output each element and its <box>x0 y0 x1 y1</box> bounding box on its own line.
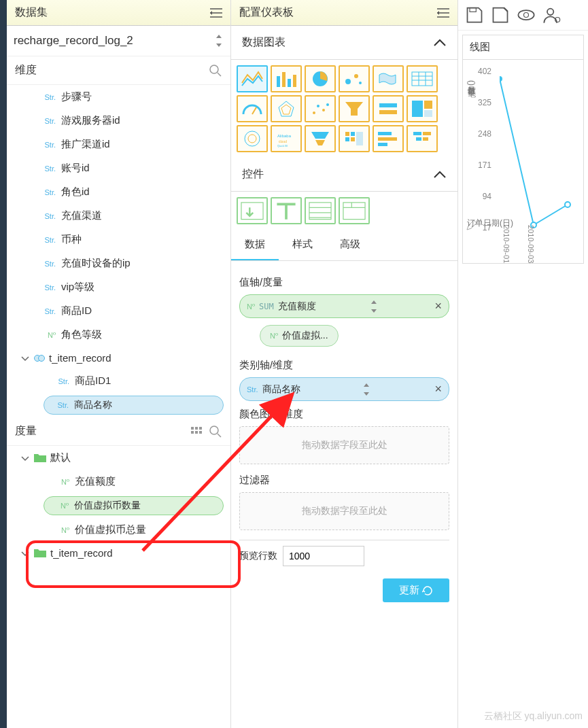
chart-type-bar[interactable] <box>271 65 302 92</box>
tab-advanced[interactable]: 高级 <box>326 230 374 260</box>
chart-type-radar[interactable] <box>271 95 302 122</box>
measures-label: 度量 <box>15 424 37 438</box>
svg-rect-49 <box>241 203 263 220</box>
svg-rect-37 <box>345 132 349 136</box>
tab-style[interactable]: 样式 <box>279 230 326 260</box>
collapse-left-icon[interactable] <box>210 8 222 18</box>
svg-point-2 <box>39 355 45 361</box>
dimension-field-selected[interactable]: Str.商品名称 <box>44 396 224 415</box>
chart-type-pie[interactable] <box>305 65 336 92</box>
sort-icon[interactable] <box>369 300 379 313</box>
control-query[interactable] <box>237 197 268 224</box>
preview-icon[interactable] <box>517 5 536 24</box>
dimension-field[interactable]: Str.币种 <box>7 228 230 252</box>
dimension-field[interactable]: Str.vip等级 <box>7 275 230 299</box>
dragging-pill[interactable]: Nº 价值虚拟... <box>260 325 339 347</box>
update-button[interactable]: 更新 <box>383 578 449 602</box>
config-panel-header: 配置仪表板 <box>231 0 457 26</box>
user-settings-icon[interactable] <box>542 5 561 24</box>
collapse-left-icon[interactable] <box>437 8 449 18</box>
color-legend-dropzone[interactable]: 拖动数据字段至此处 <box>239 426 449 464</box>
svg-point-30 <box>245 131 260 146</box>
chart-type-matrix[interactable] <box>339 125 370 152</box>
svg-rect-48 <box>423 137 428 141</box>
svg-rect-39 <box>345 137 349 141</box>
svg-rect-51 <box>343 203 365 220</box>
chart-type-line[interactable] <box>237 65 268 92</box>
save-as-icon[interactable] <box>491 5 510 24</box>
charts-accordion[interactable]: 数据图表 <box>231 26 457 60</box>
dimension-field[interactable]: Str.充值时设备的ip <box>7 252 230 275</box>
control-iframe[interactable] <box>305 197 336 224</box>
svg-point-0 <box>210 65 218 73</box>
measure-field[interactable]: Nº充值额度 <box>7 470 230 493</box>
chart-type-geo[interactable] <box>373 65 404 92</box>
dimension-field[interactable]: Str.游戏服务器id <box>7 109 230 133</box>
chart-preview: 订单数量(笔) 402 325 248 171 94 17 订单日期(日) 20… <box>462 60 584 264</box>
measure-field-highlighted[interactable]: Nº价值虚拟币数量 <box>44 496 224 515</box>
dimension-field[interactable]: Str.角色id <box>7 180 230 204</box>
search-icon[interactable] <box>209 64 222 77</box>
remove-icon[interactable]: × <box>434 299 442 313</box>
preview-rows-input[interactable] <box>283 546 364 566</box>
chart-type-funnel[interactable] <box>339 95 370 122</box>
category-axis-pill[interactable]: Str. 商品名称 × <box>239 377 449 401</box>
save-icon[interactable] <box>465 5 484 24</box>
search-icon[interactable] <box>209 425 222 438</box>
measures-list: 默认 Nº充值额度 Nº价值虚拟币数量 Nº价值虚拟币总量 t_item_rec… <box>7 446 230 564</box>
chart-type-hbar[interactable] <box>373 125 404 152</box>
chart-type-treemap[interactable] <box>407 95 438 122</box>
svg-rect-7 <box>195 431 198 434</box>
chevron-up-icon <box>433 171 447 179</box>
chart-type-table[interactable] <box>407 65 438 92</box>
dimension-field[interactable]: Str.账号id <box>7 156 230 180</box>
category-axis-label: 类别轴/维度 <box>239 359 449 372</box>
svg-rect-29 <box>424 110 432 117</box>
value-axis-label: 值轴/度量 <box>239 276 449 289</box>
sort-icon[interactable] <box>362 383 371 396</box>
remove-icon[interactable]: × <box>434 382 442 396</box>
divider <box>239 540 449 540</box>
dimension-field[interactable]: Str.步骤号 <box>7 85 230 109</box>
svg-marker-36 <box>315 140 325 145</box>
chart-type-polar[interactable] <box>237 125 268 152</box>
preview-rows-label: 预览行数 <box>239 550 277 562</box>
measure-field[interactable]: Nº价值虚拟币总量 <box>7 518 230 542</box>
chart-type-tornado[interactable] <box>407 125 438 152</box>
dimension-field[interactable]: Str.推广渠道id <box>7 133 230 156</box>
chart-type-funnel2[interactable] <box>305 125 336 152</box>
dataset-panel: 数据集 recharge_record_log_2 维度 Str.步骤号 Str… <box>7 0 231 728</box>
dimension-field[interactable]: Nº角色等级 <box>7 323 230 347</box>
chevron-up-icon <box>433 39 447 47</box>
svg-rect-5 <box>199 427 202 430</box>
tab-data[interactable]: 数据 <box>231 230 279 260</box>
measure-group[interactable]: 默认 <box>7 446 230 470</box>
control-text[interactable] <box>271 197 302 224</box>
chart-type-gauge[interactable] <box>237 95 268 122</box>
dimension-field[interactable]: Str.商品ID <box>7 299 230 323</box>
dimension-group[interactable]: t_item_record <box>7 347 230 369</box>
chart-type-bubble-map[interactable] <box>339 65 370 92</box>
svg-rect-40 <box>351 137 355 141</box>
svg-point-22 <box>317 105 319 107</box>
measure-group[interactable]: t_item_record <box>7 542 230 564</box>
chart-type-grid: AlibabacloudQuick BI <box>231 60 457 158</box>
chart-type-kpi[interactable] <box>373 95 404 122</box>
filter-dropzone[interactable]: 拖动数据字段至此处 <box>239 492 449 530</box>
dimension-field[interactable]: Str.充值渠道 <box>7 204 230 228</box>
line-chart-svg <box>500 72 588 235</box>
config-panel-title: 配置仪表板 <box>239 5 294 20</box>
value-axis-pill[interactable]: Nº SUM 充值额度 × <box>239 294 449 318</box>
config-panel: 配置仪表板 数据图表 AlibabacloudQuick BI <box>231 0 458 728</box>
dimension-field[interactable]: Str.商品ID1 <box>7 369 230 393</box>
chart-type-wordcloud[interactable]: AlibabacloudQuick BI <box>271 125 302 152</box>
chart-title[interactable]: 线图 <box>462 35 584 60</box>
svg-rect-44 <box>378 143 387 146</box>
controls-accordion[interactable]: 控件 <box>231 158 457 192</box>
control-tab[interactable] <box>339 197 370 224</box>
svg-text:Alibaba: Alibaba <box>277 134 292 138</box>
dataset-selector[interactable]: recharge_record_log_2 <box>7 26 230 56</box>
grid-view-icon[interactable] <box>191 427 203 436</box>
chart-type-scatter[interactable] <box>305 95 336 122</box>
chevron-down-icon <box>20 453 30 463</box>
